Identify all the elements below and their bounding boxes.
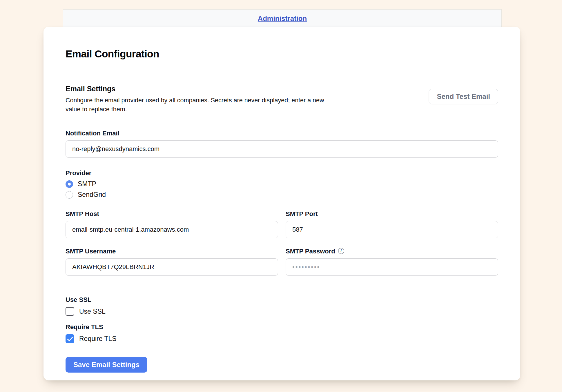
smtp-port-input[interactable] [286,221,498,238]
require-tls-checkbox-row[interactable]: Require TLS [66,334,117,343]
save-email-settings-button[interactable]: Save Email Settings [66,357,147,373]
provider-option-sendgrid[interactable]: SendGrid [66,191,106,199]
email-configuration-card: Email Configuration Email Settings Confi… [43,27,520,380]
smtp-host-label: SMTP Host [66,210,278,218]
notification-email-label: Notification Email [66,130,498,137]
use-ssl-checkbox-label: Use SSL [79,308,106,315]
admin-header-bar: Administration [63,9,502,27]
smtp-fields-grid: SMTP Host SMTP Port SMTP Username SMTP P… [66,210,498,276]
smtp-port-field: SMTP Port [286,210,498,238]
smtp-username-input[interactable] [66,258,278,276]
smtp-username-label: SMTP Username [66,248,278,255]
page-title: Email Configuration [66,48,498,60]
smtp-port-label: SMTP Port [286,210,498,218]
smtp-password-label-row: SMTP Password i [286,248,498,255]
smtp-host-field: SMTP Host [66,210,278,238]
info-icon[interactable]: i [338,248,344,254]
provider-option-smtp[interactable]: SMTP [66,180,96,188]
notification-email-input[interactable] [66,140,498,158]
provider-label: Provider [66,169,498,177]
smtp-password-field: SMTP Password i [286,248,498,276]
smtp-host-input[interactable] [66,221,278,238]
require-tls-heading: Require TLS [66,323,498,331]
provider-field: Provider SMTP SendGrid [66,169,498,199]
use-ssl-checkbox[interactable] [66,307,74,316]
use-ssl-checkbox-row[interactable]: Use SSL [66,307,106,316]
section-description: Configure the email provider used by all… [66,96,337,114]
smtp-password-label: SMTP Password [286,248,335,255]
provider-option-smtp-label: SMTP [78,180,96,188]
smtp-username-field: SMTP Username [66,248,278,276]
smtp-password-input[interactable] [286,258,498,276]
radio-button-smtp[interactable] [66,180,73,188]
send-test-email-button[interactable]: Send Test Email [429,89,498,104]
use-ssl-heading: Use SSL [66,296,498,304]
radio-button-sendgrid[interactable] [66,191,73,199]
provider-option-sendgrid-label: SendGrid [78,191,106,199]
section-title: Email Settings [66,85,337,93]
require-tls-checkbox-label: Require TLS [79,335,117,343]
administration-link[interactable]: Administration [258,14,307,23]
section-header-text: Email Settings Configure the email provi… [66,85,337,114]
require-tls-checkbox[interactable] [66,334,74,343]
notification-email-field: Notification Email [66,130,498,158]
email-settings-section-header: Email Settings Configure the email provi… [66,85,498,114]
